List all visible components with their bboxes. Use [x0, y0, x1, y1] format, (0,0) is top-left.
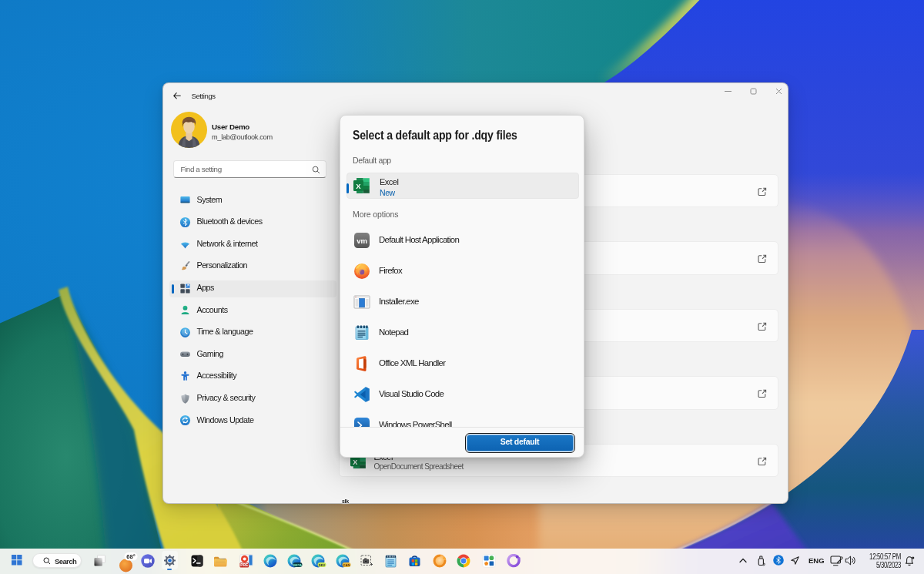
svg-text:X: X — [356, 182, 361, 190]
svg-text:DEV: DEV — [319, 563, 326, 567]
svg-text:PRE: PRE — [240, 563, 249, 567]
svg-text:CAN: CAN — [343, 563, 350, 567]
svg-text:X: X — [353, 458, 357, 465]
svg-text:68°: 68° — [126, 553, 135, 560]
svg-text:BETA: BETA — [293, 563, 302, 567]
svg-text:vm: vm — [357, 237, 367, 245]
